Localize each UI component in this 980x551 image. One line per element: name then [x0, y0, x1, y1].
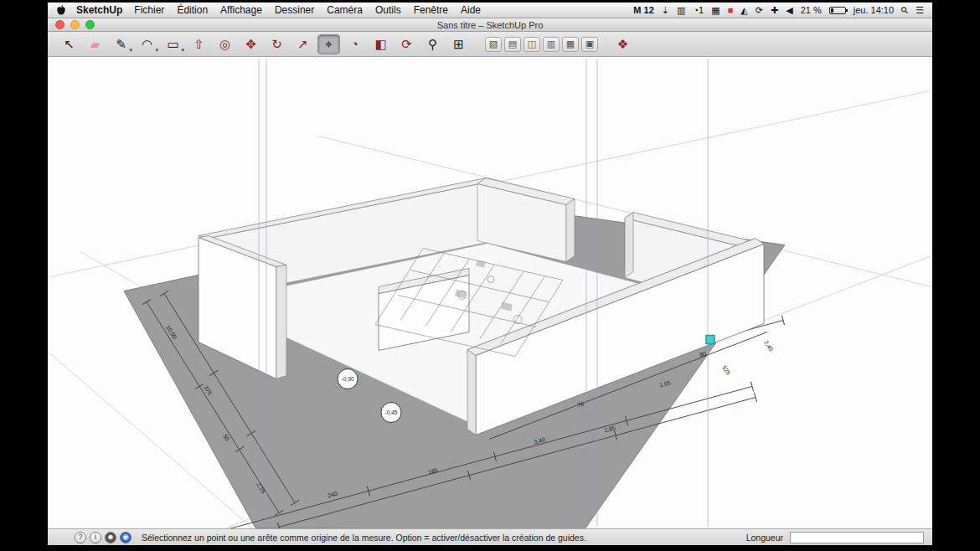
time-machine-icon[interactable]: ◔1 — [693, 6, 704, 15]
menu-edition[interactable]: Édition — [177, 4, 208, 16]
menu-status-icons-right: ⚲☰ — [901, 6, 924, 15]
zoom-window-button[interactable] — [85, 20, 95, 29]
macos-screen: SketchUp FichierÉditionAffichageDessiner… — [48, 3, 932, 545]
view-left-button[interactable]: ▣ — [581, 37, 598, 52]
measurement-input[interactable] — [790, 532, 924, 543]
toolbar-tools: ↖▰✎▾◠▾▭▾⇧◎✥↻↗⌖◔◧⟳⚲⊞ — [58, 34, 470, 54]
protractor-tool[interactable]: ◔ — [343, 34, 366, 54]
view-top-button-icon: ▤ — [508, 39, 517, 49]
dimension-label: 525 — [721, 364, 731, 376]
pushpull-tool-icon: ⇧ — [193, 38, 204, 50]
menu-dessiner[interactable]: Dessiner — [275, 4, 314, 16]
spotlight-icon[interactable]: ⚲ — [899, 4, 910, 15]
zoom-tool[interactable]: ⚲ — [421, 34, 444, 54]
paint-bucket-tool[interactable]: ◧ — [369, 34, 392, 54]
view-iso-button-icon: ▧ — [489, 39, 498, 49]
user-icon[interactable]: ☻ — [105, 532, 116, 543]
select-tool-icon: ↖ — [64, 38, 75, 50]
measurement-area: Longueur — [746, 532, 924, 543]
tape-measure-tool[interactable]: ⌖ — [317, 34, 340, 54]
dropdown-caret-icon[interactable]: ▾ — [181, 47, 184, 54]
menu-clock[interactable]: jeu. 14:10 — [854, 5, 894, 15]
offset-tool[interactable]: ◎ — [214, 34, 236, 54]
arc-tool-icon: ◠ — [142, 38, 152, 50]
paint-bucket-tool-icon: ◧ — [374, 38, 386, 50]
menu-outils[interactable]: Outils — [375, 4, 401, 16]
get-location-button[interactable]: ❖ — [611, 34, 634, 54]
zoom-extents-tool-icon: ⊞ — [453, 38, 464, 50]
dropdown-caret-icon[interactable]: ▾ — [155, 47, 158, 54]
status-message: Sélectionnez un point ou une arête comme… — [142, 533, 586, 543]
menu-affichage[interactable]: Affichage — [220, 4, 262, 16]
view-right-button[interactable]: ▥ — [543, 37, 560, 52]
updates-icon[interactable]: ⇣ — [662, 6, 669, 15]
view-top-button[interactable]: ▤ — [504, 37, 521, 52]
view-back-button[interactable]: ▦ — [562, 37, 579, 52]
accessibility-icon[interactable]: ✚ — [771, 6, 778, 15]
menu-extra-m12[interactable]: M 12 — [633, 5, 653, 15]
left-wing-end-cap — [276, 265, 286, 379]
scale-tool-icon: ↗ — [297, 38, 308, 50]
menu-camera[interactable]: Caméra — [327, 4, 363, 16]
window-controls — [55, 20, 95, 29]
drawing-canvas[interactable]: -0,90-0,45 10,00375502,252401853,40762,8… — [48, 57, 932, 528]
notification-center-icon[interactable]: ☰ — [916, 6, 924, 15]
battery-nub — [846, 9, 848, 12]
volume-icon[interactable]: ◀ — [786, 6, 792, 15]
protractor-tool-icon: ◔ — [351, 38, 358, 50]
toolbar-extra: ❖ — [611, 34, 634, 54]
line-tool[interactable]: ✎▾ — [110, 34, 132, 54]
dropdown-caret-icon[interactable]: ▾ — [129, 47, 132, 54]
move-tool-icon: ✥ — [245, 38, 256, 50]
window-title: Sans titre – SketchUp Pro — [48, 20, 932, 30]
model-viewport: -0,90-0,45 10,00375502,252401853,40762,8… — [48, 57, 932, 528]
eraser-tool[interactable]: ▰ — [84, 34, 106, 54]
select-tool[interactable]: ↖ — [58, 34, 80, 54]
arc-tool[interactable]: ◠▾ — [136, 34, 158, 54]
pushpull-tool[interactable]: ⇧ — [188, 34, 210, 54]
shapes-tool[interactable]: ▭▾ — [162, 34, 184, 54]
help-icon[interactable]: ? — [75, 532, 86, 543]
menu-aide[interactable]: Aide — [461, 4, 481, 16]
view-left-button-icon: ▣ — [585, 39, 594, 49]
toolbar: ↖▰✎▾◠▾▭▾⇧◎✥↻↗⌖◔◧⟳⚲⊞ ▧▤◫▥▦▣ ❖ — [48, 32, 932, 57]
info-icon[interactable]: i — [90, 532, 101, 543]
move-tool[interactable]: ✥ — [240, 34, 262, 54]
rotate-tool[interactable]: ↻ — [266, 34, 288, 54]
menu-fenetre[interactable]: Fenêtre — [414, 4, 448, 16]
keyboard-icon[interactable]: ▦ — [711, 6, 720, 15]
apple-menu-icon[interactable] — [56, 5, 66, 16]
close-window-button[interactable] — [55, 20, 64, 29]
view-right-button-icon: ▥ — [547, 39, 555, 49]
minimize-window-button[interactable] — [70, 20, 80, 29]
view-front-button-icon: ◫ — [528, 39, 536, 49]
view-front-button[interactable]: ◫ — [524, 37, 540, 52]
geolocation-icon[interactable]: ◉ — [120, 532, 132, 543]
record-status-icon[interactable]: ■ — [728, 6, 734, 15]
airplay-icon[interactable]: ◭ — [740, 6, 747, 15]
window-title-bar[interactable]: Sans titre – SketchUp Pro — [48, 18, 932, 32]
menu-status-icons-left: ⇣▥◔1▦■◭⟳✚◀ — [662, 6, 793, 15]
sync-icon[interactable]: ⟳ — [756, 6, 763, 15]
shapes-tool-icon: ▭ — [167, 38, 178, 50]
orbit-tool[interactable]: ⟳ — [395, 34, 418, 54]
menu-fichier[interactable]: Fichier — [134, 4, 164, 16]
status-bar: ?i☻◉ Sélectionnez un point ou une arête … — [48, 528, 932, 545]
zoom-extents-tool[interactable]: ⊞ — [447, 34, 470, 54]
battery-fill — [831, 8, 834, 13]
app-menu-sketchup[interactable]: SketchUp — [76, 4, 122, 16]
menu-bar: SketchUp FichierÉditionAffichageDessiner… — [48, 3, 932, 18]
get-location-button-icon: ❖ — [617, 38, 628, 50]
status-icons: ?i☻◉ — [75, 532, 132, 543]
scale-tool[interactable]: ↗ — [291, 34, 314, 54]
display-icon[interactable]: ▥ — [677, 6, 685, 15]
toolbar-view-buttons: ▧▤◫▥▦▣ — [485, 37, 598, 52]
wall-opening-cap-right — [625, 213, 633, 278]
view-iso-button[interactable]: ▧ — [485, 37, 502, 52]
zoom-tool-icon: ⚲ — [428, 38, 437, 50]
battery-percent: 21 % — [801, 5, 822, 15]
front-corner-cap — [467, 350, 476, 435]
eraser-tool-icon: ▰ — [90, 38, 101, 50]
dimension-label: 2,40 — [763, 339, 774, 352]
measurement-label: Longueur — [746, 533, 783, 543]
